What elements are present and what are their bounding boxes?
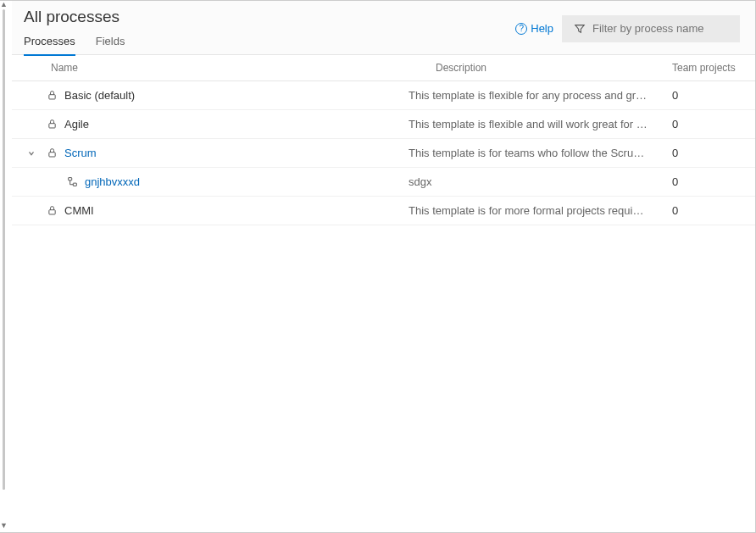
- header-right: ? Help: [515, 15, 740, 42]
- svg-rect-5: [48, 210, 54, 214]
- column-header-name[interactable]: Name: [51, 62, 436, 74]
- page-title: All processes: [24, 8, 125, 26]
- process-name: Basic (default): [64, 89, 135, 102]
- team-projects-cell: 0: [672, 147, 740, 159]
- filter-input[interactable]: [592, 22, 728, 35]
- lock-icon: [44, 119, 59, 130]
- filter-box[interactable]: [562, 15, 740, 42]
- content-area: All processes ProcessesFields ? Help: [12, 1, 755, 532]
- description-cell: This template is for more formal project…: [409, 204, 672, 217]
- description-cell: This template is for teams who follow th…: [409, 147, 672, 159]
- svg-rect-1: [48, 124, 54, 128]
- table-row[interactable]: CMMIThis template is for more formal pro…: [12, 197, 755, 225]
- help-link[interactable]: ? Help: [515, 22, 553, 35]
- column-header-description[interactable]: Description: [436, 62, 672, 74]
- name-cell: Agile: [24, 118, 409, 130]
- svg-rect-3: [68, 178, 71, 180]
- scroll-down-arrow-icon[interactable]: ▼: [0, 522, 7, 529]
- team-projects-cell: 0: [672, 118, 740, 130]
- svg-rect-0: [48, 95, 54, 99]
- page: ▲ ▼ All processes ProcessesFields ? Help: [0, 0, 756, 533]
- name-cell: Scrum: [24, 147, 409, 159]
- name-cell: Basic (default): [24, 89, 409, 102]
- table-row[interactable]: gnjhbvxxxdsdgx0: [12, 168, 755, 197]
- process-table: Name Description Team projects Basic (de…: [12, 55, 755, 225]
- name-cell: gnjhbvxxxd: [24, 175, 409, 188]
- team-projects-cell: 0: [672, 204, 740, 217]
- lock-icon: [44, 205, 59, 216]
- column-header-team-projects[interactable]: Team projects: [672, 62, 740, 74]
- table-row[interactable]: Basic (default)This template is flexible…: [12, 81, 755, 110]
- filter-icon: [574, 23, 586, 35]
- description-cell: This template is flexible for any proces…: [409, 89, 672, 102]
- table-row[interactable]: ScrumThis template is for teams who foll…: [12, 139, 755, 168]
- process-name: CMMI: [64, 204, 94, 217]
- description-cell: This template is flexible and will work …: [409, 118, 672, 130]
- team-projects-cell: 0: [672, 89, 740, 102]
- table-body: Basic (default)This template is flexible…: [12, 81, 755, 225]
- svg-rect-2: [48, 153, 54, 157]
- process-name[interactable]: gnjhbvxxxd: [85, 175, 140, 188]
- help-icon: ?: [515, 23, 527, 35]
- help-label: Help: [531, 22, 553, 35]
- tab-processes[interactable]: Processes: [24, 31, 75, 56]
- tab-fields[interactable]: Fields: [96, 31, 125, 56]
- header: All processes ProcessesFields ? Help: [12, 1, 755, 55]
- description-cell: sdgx: [409, 175, 672, 188]
- team-projects-cell: 0: [672, 175, 740, 188]
- lock-icon: [44, 90, 59, 101]
- lock-icon: [44, 147, 59, 158]
- name-cell: CMMI: [24, 204, 409, 217]
- scroll-up-arrow-icon[interactable]: ▲: [0, 1, 7, 8]
- process-name[interactable]: Scrum: [64, 147, 97, 159]
- table-row[interactable]: AgileThis template is flexible and will …: [12, 110, 755, 139]
- vertical-scrollbar[interactable]: [3, 9, 5, 490]
- expander-icon[interactable]: [24, 149, 39, 158]
- table-header: Name Description Team projects: [12, 55, 755, 81]
- header-left: All processes ProcessesFields: [24, 8, 125, 56]
- svg-rect-4: [73, 183, 76, 186]
- tabs: ProcessesFields: [24, 31, 125, 56]
- process-name: Agile: [64, 118, 89, 130]
- inherit-icon: [64, 176, 80, 187]
